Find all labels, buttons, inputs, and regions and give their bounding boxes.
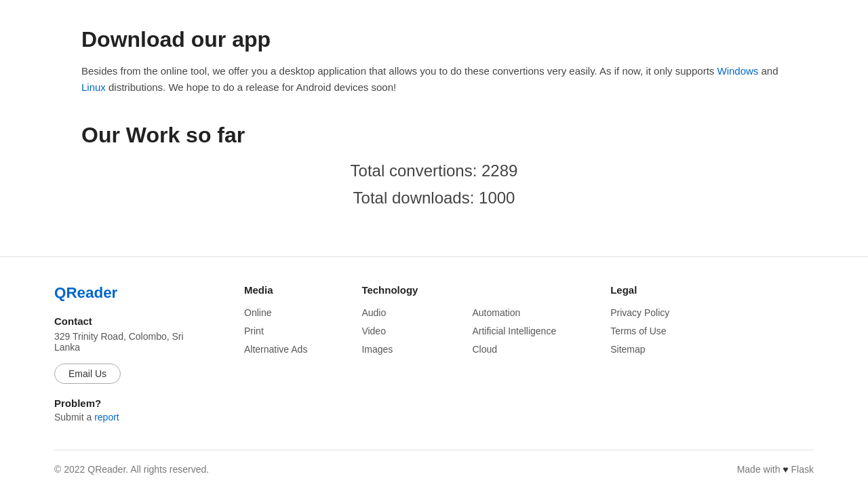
- copyright-text: © 2022 QReader. All rights reserved.: [54, 464, 209, 475]
- footer-col-technology: Technology Audio Video Images: [361, 284, 418, 423]
- list-item: Print: [244, 325, 307, 336]
- tech-images-link[interactable]: Images: [361, 344, 393, 355]
- footer-col-more-tech: Automation Artificial Intelligence Cloud: [472, 284, 556, 423]
- more-tech-title: [472, 284, 556, 296]
- legal-links: Privacy Policy Terms of Use Sitemap: [610, 307, 669, 355]
- main-content: Download our app Besides from the online…: [27, 0, 841, 256]
- tech-ai-link[interactable]: Artificial Intelligence: [472, 326, 556, 336]
- report-text-before: Submit a: [54, 412, 94, 423]
- media-online-link[interactable]: Online: [244, 307, 271, 318]
- legal-sitemap-link[interactable]: Sitemap: [610, 344, 645, 355]
- footer-col-legal: Legal Privacy Policy Terms of Use Sitema…: [610, 284, 669, 423]
- list-item: Cloud: [472, 343, 556, 355]
- media-links: Online Print Alternative Ads: [244, 307, 307, 355]
- legal-title: Legal: [610, 284, 669, 296]
- work-title: Our Work so far: [81, 123, 787, 148]
- footer-col-media: Media Online Print Alternative Ads: [244, 284, 307, 423]
- download-description: Besides from the online tool, we offer y…: [81, 63, 787, 96]
- email-us-button[interactable]: Email Us: [54, 364, 121, 384]
- desc-middle: and: [758, 65, 778, 77]
- stats-container: Total convertions: 2289 Total downloads:…: [81, 161, 787, 208]
- footer-contact-label: Contact: [54, 315, 203, 327]
- footer-problem-label: Problem?: [54, 397, 203, 409]
- list-item: Artificial Intelligence: [472, 325, 556, 336]
- list-item: Automation: [472, 307, 556, 318]
- media-print-link[interactable]: Print: [244, 326, 264, 336]
- footer-nav: Media Online Print Alternative Ads Techn…: [244, 284, 814, 423]
- windows-link[interactable]: Windows: [717, 65, 758, 77]
- made-with-label: Made with: [737, 464, 781, 475]
- footer-brand-link[interactable]: QReader: [54, 284, 203, 302]
- list-item: Alternative Ads: [244, 343, 307, 355]
- media-alternative-ads-link[interactable]: Alternative Ads: [244, 344, 307, 355]
- heart-icon: ♥: [783, 464, 788, 475]
- desc-after: distributions. We hope to do a release f…: [106, 81, 396, 93]
- legal-privacy-link[interactable]: Privacy Policy: [610, 307, 669, 318]
- flask-label: Flask: [791, 464, 814, 475]
- linux-link[interactable]: Linux: [81, 81, 106, 93]
- tech-audio-link[interactable]: Audio: [361, 307, 386, 318]
- made-with-text: Made with ♥ Flask: [737, 464, 814, 475]
- tech-video-link[interactable]: Video: [361, 326, 386, 336]
- desc-before: Besides from the online tool, we offer y…: [81, 65, 717, 77]
- list-item: Terms of Use: [610, 325, 669, 336]
- more-tech-links: Automation Artificial Intelligence Cloud: [472, 307, 556, 355]
- list-item: Privacy Policy: [610, 307, 669, 318]
- technology-links: Audio Video Images: [361, 307, 418, 355]
- tech-cloud-link[interactable]: Cloud: [472, 344, 497, 355]
- list-item: Video: [361, 325, 418, 336]
- list-item: Online: [244, 307, 307, 318]
- list-item: Sitemap: [610, 343, 669, 355]
- stat-downloads: Total downloads: 1000: [81, 189, 787, 208]
- footer-report: Submit a report: [54, 412, 203, 423]
- tech-automation-link[interactable]: Automation: [472, 307, 520, 318]
- list-item: Images: [361, 343, 418, 355]
- footer-brand: QReader Contact 329 Trinity Road, Colomb…: [54, 284, 203, 423]
- media-title: Media: [244, 284, 307, 296]
- download-title: Download our app: [81, 27, 787, 52]
- report-link[interactable]: report: [94, 412, 119, 423]
- legal-terms-link[interactable]: Terms of Use: [610, 326, 666, 336]
- footer-top: QReader Contact 329 Trinity Road, Colomb…: [54, 284, 814, 450]
- footer-address: 329 Trinity Road, Colombo, Sri Lanka: [54, 331, 203, 353]
- our-work-section: Our Work so far Total convertions: 2289 …: [81, 123, 787, 208]
- footer: QReader Contact 329 Trinity Road, Colomb…: [0, 256, 868, 488]
- technology-title: Technology: [361, 284, 418, 296]
- list-item: Audio: [361, 307, 418, 318]
- footer-bottom: © 2022 QReader. All rights reserved. Mad…: [54, 450, 814, 488]
- stat-conversions: Total convertions: 2289: [81, 161, 787, 180]
